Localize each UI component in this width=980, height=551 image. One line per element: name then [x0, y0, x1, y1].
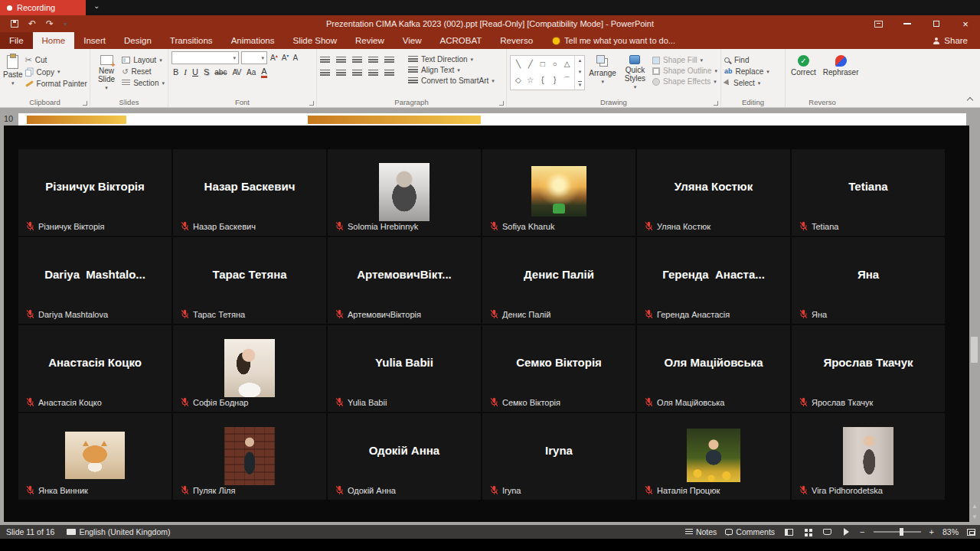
tab-view[interactable]: View — [394, 32, 431, 49]
shape-outline-button[interactable]: Shape Outline ▾ — [652, 67, 717, 75]
bullets-icon[interactable] — [320, 57, 330, 64]
save-icon[interactable] — [11, 20, 18, 28]
replace-button[interactable]: ab Replace ▾ — [724, 67, 769, 76]
convert-smartart-button[interactable]: Convert to SmartArt ▾ — [408, 77, 495, 85]
shapes-scroll-down-icon[interactable]: ▼ — [578, 70, 583, 74]
find-button[interactable]: Find — [724, 56, 769, 64]
reading-view-button[interactable] — [822, 527, 832, 536]
tab-design[interactable]: Design — [115, 32, 161, 49]
grow-font-button[interactable]: A▴ — [270, 53, 279, 62]
tab-home[interactable]: Home — [33, 32, 75, 49]
shape-glyph-0[interactable]: ╲ — [516, 60, 521, 68]
layout-button[interactable]: Layout ▾ — [122, 56, 165, 64]
customize-qat-icon[interactable]: ▾ — [64, 21, 67, 28]
zoom-slider-thumb[interactable] — [900, 528, 903, 536]
font-dialog-launcher[interactable] — [309, 101, 314, 106]
shape-effects-button[interactable]: Shape Effects ▾ — [652, 77, 717, 86]
font-button-i[interactable]: I — [184, 67, 187, 77]
rephraser-button[interactable]: Rephraser — [821, 51, 861, 96]
zoom-in-button[interactable]: + — [929, 528, 934, 536]
new-slide-button[interactable]: New Slide ▾ — [93, 51, 119, 96]
shrink-font-button[interactable]: A▾ — [281, 53, 290, 62]
align-right-icon[interactable] — [352, 70, 362, 77]
fit-slide-to-window-button[interactable] — [967, 529, 975, 536]
paragraph-dialog-launcher[interactable] — [499, 101, 504, 106]
language-button[interactable]: English (United Kingdom) — [67, 527, 170, 536]
shape-glyph-3[interactable]: ○ — [553, 60, 557, 68]
font-button-u[interactable]: U — [192, 67, 198, 77]
align-text-button[interactable]: Align Text ▾ — [408, 66, 495, 74]
font-button-s[interactable]: S — [204, 67, 209, 77]
format-painter-button[interactable]: Format Painter — [25, 80, 87, 88]
meeting-screenshot-image[interactable]: Різничук Вікторія Різничук Вікторія Наза… — [4, 126, 969, 522]
tab-slide-show[interactable]: Slide Show — [284, 32, 347, 49]
slideshow-view-button[interactable] — [841, 527, 851, 536]
shapes-gallery-scrollbar[interactable]: ▲ ▼ ▼ — [574, 56, 584, 90]
section-button[interactable]: Section ▾ — [122, 79, 165, 87]
ribbon-display-options-button[interactable] — [864, 15, 893, 32]
copy-button[interactable]: Copy ▾ — [25, 67, 87, 77]
vertical-scrollbar-thumb[interactable] — [971, 337, 978, 363]
font-button-abc[interactable]: abc — [214, 68, 227, 77]
shape-glyph-9[interactable]: ⌒ — [564, 75, 571, 86]
font-button-a[interactable]: A — [261, 67, 266, 78]
tab-animations[interactable]: Animations — [222, 32, 284, 49]
clipboard-dialog-launcher[interactable] — [83, 101, 87, 106]
zoom-out-button[interactable]: − — [860, 528, 864, 536]
shape-glyph-4[interactable]: △ — [564, 60, 570, 68]
normal-view-button[interactable] — [783, 527, 794, 536]
redo-icon[interactable]: ↷ — [46, 19, 54, 28]
tab-transitions[interactable]: Transitions — [161, 32, 222, 49]
shape-glyph-2[interactable]: □ — [541, 60, 545, 68]
clear-formatting-button[interactable]: A — [292, 54, 299, 62]
shapes-scroll-up-icon[interactable]: ▲ — [578, 58, 583, 63]
increase-indent-icon[interactable] — [368, 57, 378, 64]
comments-button[interactable]: Comments — [725, 527, 775, 536]
previous-slide-button[interactable]: ▲ — [972, 503, 978, 510]
arrange-button[interactable]: Arrange ▾ — [587, 51, 617, 96]
tab-acrobat[interactable]: ACROBAT — [431, 32, 492, 49]
shapes-more-icon[interactable]: ▼ — [578, 81, 583, 87]
zoom-slider[interactable] — [874, 531, 921, 533]
paste-button[interactable]: Paste ▾ — [3, 51, 23, 96]
cut-button[interactable]: ✂ Cut — [25, 56, 87, 64]
collapse-ribbon-button[interactable] — [967, 97, 973, 103]
share-button[interactable]: Share — [933, 32, 980, 49]
slide-sorter-view-button[interactable] — [802, 527, 813, 536]
shape-glyph-7[interactable]: { — [541, 76, 544, 84]
numbering-icon[interactable] — [336, 57, 346, 64]
recorder-expand-icon[interactable]: ⌄ — [93, 2, 100, 10]
text-direction-button[interactable]: Text Direction ▾ — [408, 55, 495, 64]
font-button-b[interactable]: B — [173, 67, 178, 77]
font-button-aa[interactable]: Aa — [247, 68, 256, 77]
align-left-icon[interactable] — [320, 70, 330, 77]
shape-glyph-6[interactable]: ☆ — [527, 76, 534, 84]
justify-icon[interactable] — [368, 70, 378, 77]
correct-button[interactable]: ✓ Correct — [789, 51, 818, 96]
tab-review[interactable]: Review — [346, 32, 394, 49]
shape-fill-button[interactable]: Shape Fill ▾ — [652, 56, 717, 64]
font-name-combobox[interactable]: ▾ — [172, 51, 239, 64]
notes-button[interactable]: Notes — [685, 527, 717, 536]
align-center-icon[interactable] — [336, 70, 346, 77]
undo-icon[interactable]: ↶ — [28, 19, 36, 28]
tab-file[interactable]: File — [0, 32, 33, 49]
decrease-indent-icon[interactable] — [352, 57, 362, 64]
quick-styles-button[interactable]: Quick Styles ▾ — [620, 51, 650, 96]
drawing-dialog-launcher[interactable] — [714, 101, 718, 106]
minimize-button[interactable] — [893, 15, 922, 32]
line-spacing-icon[interactable] — [384, 57, 394, 64]
close-button[interactable]: × — [951, 15, 980, 32]
tab-insert[interactable]: Insert — [74, 32, 115, 49]
shape-glyph-8[interactable]: } — [554, 76, 556, 84]
font-button-av[interactable]: AV — [232, 68, 241, 77]
shape-glyph-5[interactable]: ◇ — [515, 76, 521, 84]
columns-icon[interactable] — [384, 70, 394, 77]
tell-me-box[interactable]: Tell me what you want to do... — [542, 32, 686, 49]
reset-button[interactable]: ↺ Reset — [122, 67, 165, 76]
tab-reverso[interactable]: Reverso — [491, 32, 542, 49]
next-slide-button[interactable]: ▼ — [972, 514, 978, 520]
shape-glyph-1[interactable]: ╱ — [528, 60, 533, 68]
restore-button[interactable] — [922, 15, 951, 32]
font-size-combobox[interactable]: ▾ — [241, 51, 267, 64]
